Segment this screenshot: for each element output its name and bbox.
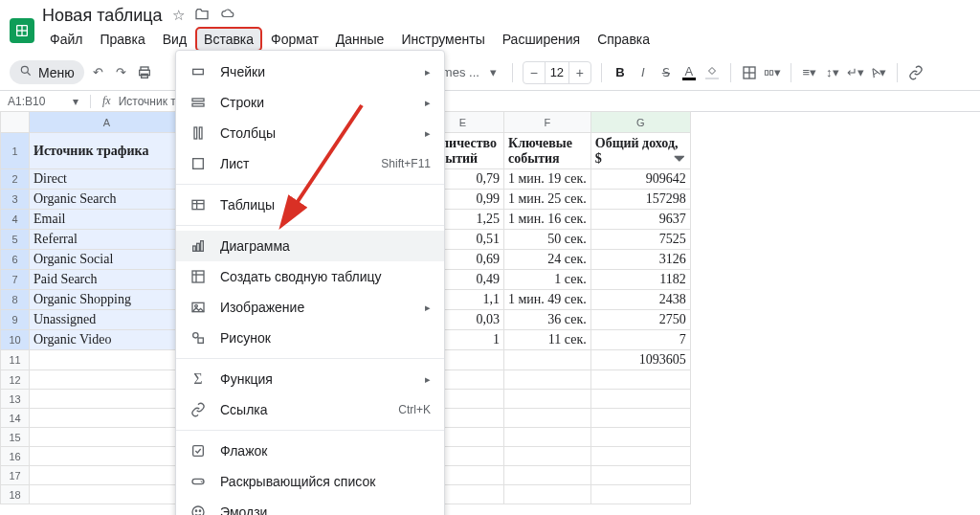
menu-вставка[interactable]: Вставка	[196, 28, 261, 51]
borders-icon[interactable]	[741, 64, 758, 81]
cell-G11[interactable]: 1093605	[590, 350, 690, 370]
spreadsheet-grid[interactable]: ACDEFG1Источник трафикаствиемСреднее вре…	[0, 111, 980, 515]
cell-G9[interactable]: 2750	[590, 310, 690, 330]
cell-G5[interactable]: 7525	[590, 230, 690, 250]
cell-F1[interactable]: Ключевые события	[504, 133, 591, 169]
insert-link-icon[interactable]	[907, 64, 924, 81]
font-size-value[interactable]: 12	[545, 62, 569, 83]
strikethrough-icon[interactable]: S̶	[657, 64, 675, 81]
wrap-icon[interactable]: ↵▾	[847, 64, 864, 81]
insert-menu-cells[interactable]: Ячейки▸	[176, 56, 444, 87]
rotate-text-icon[interactable]: A▾	[870, 64, 887, 81]
cell-A6[interactable]: Organic Social	[30, 250, 185, 270]
cell-G10[interactable]: 7	[590, 330, 690, 350]
chevron-down-icon[interactable]: ▾	[73, 95, 78, 108]
undo-icon[interactable]: ↶	[90, 64, 107, 81]
cloud-icon[interactable]	[219, 7, 236, 25]
chevron-down-icon[interactable]: ▾	[485, 64, 502, 81]
row-header-4[interactable]: 4	[1, 210, 30, 230]
redo-icon[interactable]: ↷	[113, 64, 130, 81]
menu-формат[interactable]: Формат	[263, 28, 326, 51]
row-header-5[interactable]: 5	[1, 230, 30, 250]
cell-G2[interactable]: 909642	[590, 169, 690, 190]
cell-A3[interactable]: Organic Search	[30, 190, 185, 210]
valign-icon[interactable]: ↕▾	[824, 64, 841, 81]
row-header-8[interactable]: 8	[1, 290, 30, 310]
row-header-10[interactable]: 10	[1, 330, 30, 350]
cell-A10[interactable]: Organic Video	[30, 330, 185, 350]
move-icon[interactable]	[194, 7, 210, 25]
insert-menu-image[interactable]: Изображение▸	[176, 292, 444, 323]
cell-G1[interactable]: Общий доход, $ ⏷	[590, 133, 690, 169]
row-header-17[interactable]: 17	[1, 466, 30, 485]
insert-menu-pivot[interactable]: Создать сводную таблицу	[176, 261, 444, 292]
cell-G7[interactable]: 1182	[590, 270, 690, 290]
row-header-16[interactable]: 16	[1, 447, 30, 466]
row-header-12[interactable]: 12	[1, 370, 30, 390]
cell-G6[interactable]: 3126	[590, 250, 690, 270]
row-header-13[interactable]: 13	[1, 390, 30, 409]
cell-A5[interactable]: Referral	[30, 230, 185, 250]
insert-menu-link[interactable]: СсылкаCtrl+K	[176, 394, 444, 425]
row-header-7[interactable]: 7	[1, 270, 30, 290]
text-color-icon[interactable]: A	[680, 64, 698, 81]
col-header-A[interactable]: A	[30, 112, 185, 133]
row-header-14[interactable]: 14	[1, 409, 30, 428]
cell-A8[interactable]: Organic Shopping	[30, 290, 185, 310]
menu-правка[interactable]: Правка	[92, 28, 152, 51]
cell-F8[interactable]: 1 мин. 49 сек.	[504, 290, 591, 310]
italic-icon[interactable]: I	[635, 64, 652, 81]
cell-F7[interactable]: 1 сек.	[504, 270, 591, 290]
row-header-2[interactable]: 2	[1, 169, 30, 190]
document-title[interactable]: Новая таблица	[42, 6, 163, 26]
cell-F5[interactable]: 50 сек.	[504, 230, 591, 250]
menu-search[interactable]: Меню	[10, 60, 84, 84]
row-header-15[interactable]: 15	[1, 428, 30, 447]
cell-G8[interactable]: 2438	[590, 290, 690, 310]
halign-icon[interactable]: ≡▾	[801, 64, 818, 81]
insert-menu-dropdown[interactable]: Раскрывающийся список	[176, 466, 444, 497]
cell-A2[interactable]: Direct	[30, 169, 185, 190]
name-box[interactable]: A1:B10	[8, 95, 65, 108]
cell-A1[interactable]: Источник трафика	[30, 133, 185, 169]
insert-menu-checkbox[interactable]: Флажок	[176, 436, 444, 466]
insert-menu-sheet[interactable]: ЛистShift+F11	[176, 148, 444, 179]
filter-icon[interactable]: ⏷	[673, 151, 686, 167]
print-icon[interactable]	[136, 64, 153, 81]
row-header-18[interactable]: 18	[1, 485, 30, 504]
bold-icon[interactable]: B	[612, 64, 629, 81]
cell-F6[interactable]: 24 сек.	[504, 250, 591, 270]
cell-F9[interactable]: 36 сек.	[504, 310, 591, 330]
cell-F4[interactable]: 1 мин. 16 сек.	[504, 210, 591, 230]
cell-G3[interactable]: 157298	[590, 190, 690, 210]
row-header-11[interactable]: 11	[1, 350, 30, 370]
cell-G4[interactable]: 9637	[590, 210, 690, 230]
cell-F3[interactable]: 1 мин. 25 сек.	[504, 190, 591, 210]
insert-menu-table[interactable]: Таблицы	[176, 190, 444, 220]
row-header-1[interactable]: 1	[1, 133, 30, 169]
star-icon[interactable]: ☆	[172, 7, 185, 25]
col-header-F[interactable]: F	[504, 112, 591, 133]
insert-menu-rows[interactable]: Строки▸	[176, 87, 444, 118]
menu-расширения[interactable]: Расширения	[495, 28, 588, 51]
cell-F2[interactable]: 1 мин. 19 сек.	[504, 169, 591, 190]
menu-вид[interactable]: Вид	[155, 28, 194, 51]
cell-A4[interactable]: Email	[30, 210, 185, 230]
font-size-decrease[interactable]: −	[523, 65, 545, 80]
row-header-6[interactable]: 6	[1, 250, 30, 270]
font-size-increase[interactable]: +	[569, 65, 590, 80]
insert-menu-chart[interactable]: Диаграмма	[176, 231, 444, 261]
insert-menu-emoji[interactable]: Эмодзи	[176, 497, 444, 515]
font-name-clipped[interactable]: mes ...	[442, 65, 479, 79]
cell-A7[interactable]: Paid Search	[30, 270, 185, 290]
menu-справка[interactable]: Справка	[590, 28, 657, 51]
cell-F10[interactable]: 11 сек.	[504, 330, 591, 350]
fill-color-icon[interactable]	[703, 64, 721, 81]
insert-menu-drawing[interactable]: Рисунок	[176, 323, 444, 353]
merge-icon[interactable]: ▾	[764, 64, 781, 81]
menu-инструменты[interactable]: Инструменты	[393, 28, 492, 51]
menu-данные[interactable]: Данные	[328, 28, 392, 51]
font-size-control[interactable]: − 12 +	[523, 61, 591, 84]
insert-menu-function[interactable]: ΣФункция▸	[176, 364, 444, 394]
insert-menu-cols[interactable]: Столбцы▸	[176, 118, 444, 148]
